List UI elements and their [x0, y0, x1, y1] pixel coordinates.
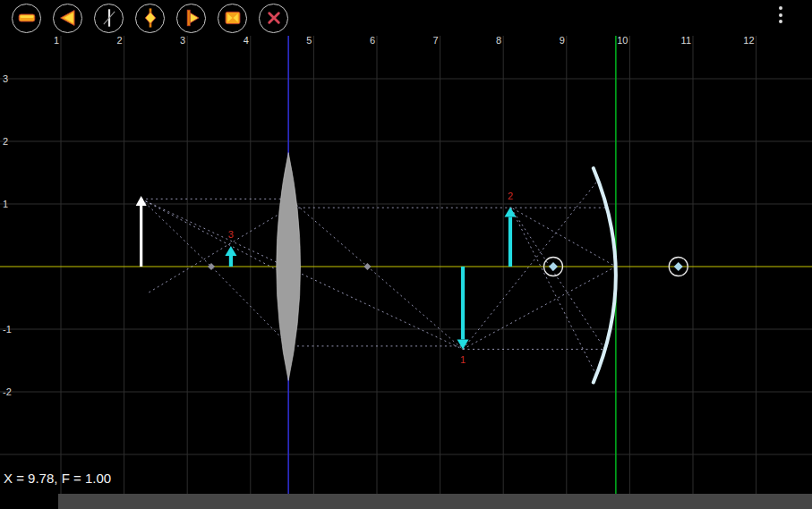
bottom-bar	[58, 494, 812, 509]
y-axis-label: 1	[3, 199, 8, 209]
image-label-2: 2	[508, 191, 513, 201]
thin-lens-tool-button[interactable]	[135, 4, 165, 33]
y-axis-label: 2	[3, 136, 8, 147]
image-label-1: 1	[460, 354, 466, 365]
x-axis-label: 2	[116, 35, 122, 46]
flat-mirror-tool-button[interactable]	[94, 4, 124, 33]
handle-diamond	[549, 262, 558, 271]
x-axis-label: 9	[560, 35, 565, 46]
mirror-element[interactable]	[594, 168, 616, 382]
y-axis-label: -2	[3, 386, 12, 397]
delete-tool-button[interactable]	[259, 4, 288, 33]
image-arrow-3-head	[225, 246, 236, 256]
focal-point-marker	[363, 263, 371, 270]
handle-diamond	[674, 262, 683, 271]
x-axis-label: 1	[54, 35, 59, 46]
object-arrow-head[interactable]	[136, 196, 147, 206]
ray-dotted	[510, 208, 596, 376]
optics-app: 123123456789101112321-1-2	[0, 0, 812, 509]
image-label-3: 3	[228, 229, 234, 240]
optics-canvas[interactable]: 123123456789101112321-1-2	[0, 0, 812, 509]
ray-dotted	[141, 199, 463, 349]
ray-dotted	[463, 180, 598, 349]
x-axis-label: 5	[306, 35, 312, 46]
x-axis-label: 7	[432, 35, 438, 46]
horizontal-slab-icon	[13, 4, 40, 31]
lens-element[interactable]	[277, 153, 301, 381]
image-arrow-2-head	[504, 208, 516, 217]
ray-dotted	[148, 208, 289, 293]
y-axis-label: 3	[3, 73, 8, 84]
x-axis-label: 8	[496, 35, 501, 46]
x-axis-label: 6	[370, 35, 375, 46]
flat-mirror-icon	[96, 4, 123, 31]
prism-right-tool-button[interactable]	[176, 4, 206, 33]
delete-x-icon	[261, 4, 287, 31]
overflow-menu-button[interactable]	[776, 4, 785, 26]
prism-left-tool-button[interactable]	[53, 4, 82, 33]
ray-dotted	[463, 208, 605, 350]
left-prism-icon	[55, 4, 81, 31]
bowtie-lens-icon	[219, 4, 246, 31]
ray-dotted	[463, 208, 616, 350]
x-axis-label: 12	[743, 35, 754, 46]
slab-tool-button[interactable]	[12, 4, 41, 33]
kebab-menu-icon	[779, 6, 782, 10]
right-prism-icon	[178, 4, 205, 31]
ray-dotted	[141, 199, 463, 346]
x-axis-label: 3	[180, 35, 185, 46]
x-axis-label: 10	[617, 35, 628, 46]
toolbar	[0, 0, 812, 36]
x-axis-label: 11	[681, 35, 691, 46]
bowtie-lens-tool-button[interactable]	[218, 4, 247, 33]
y-axis-label: -1	[3, 324, 12, 335]
status-readout: X = 9.78, F = 1.00	[4, 471, 111, 486]
thin-lens-icon	[137, 4, 164, 31]
ray-dotted	[141, 199, 290, 276]
x-axis-label: 4	[244, 35, 249, 46]
kebab-menu-icon	[779, 20, 782, 23]
kebab-menu-icon	[779, 13, 782, 17]
